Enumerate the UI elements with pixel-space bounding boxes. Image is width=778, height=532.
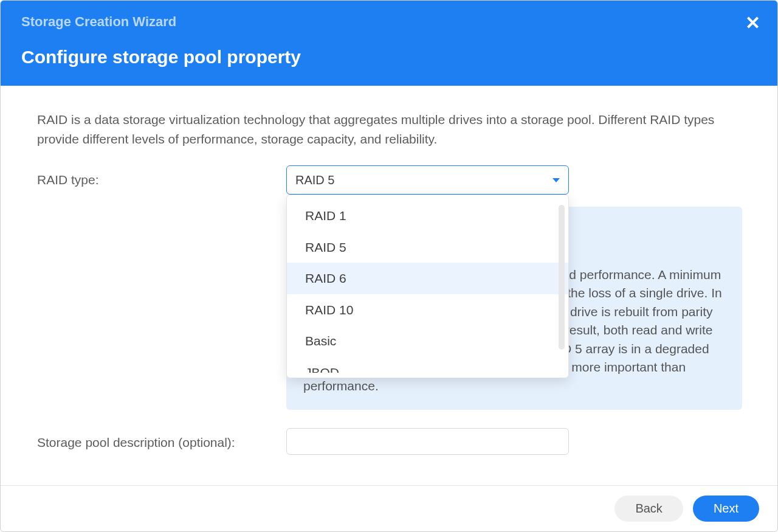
description-row: Storage pool description (optional): xyxy=(37,428,741,455)
intro-text: RAID is a data storage virtualization te… xyxy=(37,110,741,148)
raid-type-label: RAID type: xyxy=(37,165,286,190)
step-title: Configure storage pool property xyxy=(21,47,757,67)
raid-type-select[interactable]: RAID 5 xyxy=(286,165,569,195)
dropdown-option-raid5[interactable]: RAID 5 xyxy=(287,232,568,263)
next-button[interactable]: Next xyxy=(693,496,759,522)
dropdown-option-jbod[interactable]: JBOD xyxy=(287,357,568,373)
raid-type-selected-value: RAID 5 xyxy=(295,171,334,189)
raid-type-dropdown: RAID 1 RAID 5 RAID 6 RAID 10 Basic JBOD … xyxy=(286,195,569,378)
close-icon[interactable]: ✕ xyxy=(745,14,760,32)
wizard-title: Storage Creation Wizard xyxy=(21,14,757,30)
dropdown-scroll: RAID 1 RAID 5 RAID 6 RAID 10 Basic JBOD … xyxy=(287,200,568,373)
raid-type-row: RAID type: RAID 5 RAID 1 RAID 5 RAID 6 R… xyxy=(37,165,741,195)
dropdown-option-raid1[interactable]: RAID 1 xyxy=(287,200,568,232)
back-button[interactable]: Back xyxy=(614,496,683,522)
description-input[interactable] xyxy=(286,428,569,455)
dropdown-option-raid6[interactable]: RAID 6 xyxy=(287,263,568,294)
wizard-content: RAID is a data storage virtualization te… xyxy=(1,86,777,485)
wizard-header: Storage Creation Wizard ✕ Configure stor… xyxy=(1,1,777,86)
chevron-down-icon xyxy=(553,178,560,182)
description-label: Storage pool description (optional): xyxy=(37,428,286,452)
dropdown-scrollbar[interactable] xyxy=(559,205,565,350)
wizard-footer: Back Next xyxy=(1,485,777,531)
dropdown-option-basic[interactable]: Basic xyxy=(287,325,568,357)
dropdown-option-raid10[interactable]: RAID 10 xyxy=(287,294,568,326)
wizard-window: Storage Creation Wizard ✕ Configure stor… xyxy=(0,0,778,532)
